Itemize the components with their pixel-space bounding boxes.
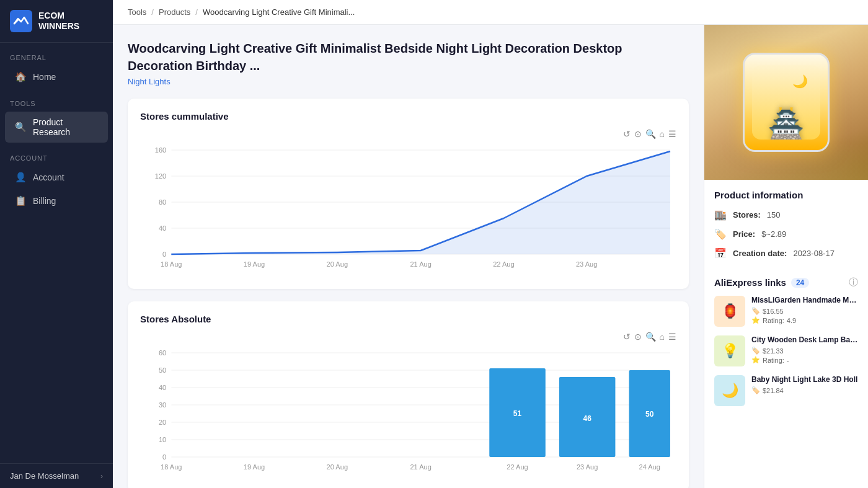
product-image: 🌙 🏯: [704, 25, 868, 180]
home-icon: 🏠: [15, 71, 27, 82]
price-tag-icon-1: 🏷️: [751, 307, 760, 315]
product-category: Night Lights: [128, 77, 689, 86]
chart1-zoom-in-icon[interactable]: 🔍: [645, 129, 656, 139]
svg-text:20 Aug: 20 Aug: [327, 260, 348, 268]
moon-icon: 🌙: [792, 74, 808, 89]
svg-text:120: 120: [155, 172, 166, 180]
info-row-creation: 📅 Creation date: 2023-08-17: [714, 247, 858, 259]
breadcrumb-tools[interactable]: Tools: [128, 7, 146, 17]
svg-text:0: 0: [162, 251, 166, 258]
chart2-toolbar: ↺ ⊙ 🔍 ⌂ ☰: [140, 332, 676, 342]
content-area: Woodcarving Light Creative Gift Minimali…: [113, 25, 868, 488]
chart-absolute: Stores Absolute ↺ ⊙ 🔍 ⌂ ☰: [128, 301, 689, 488]
svg-text:18 Aug: 18 Aug: [161, 260, 182, 268]
svg-text:40: 40: [159, 224, 166, 232]
chart1-reset-icon[interactable]: ↺: [623, 129, 631, 139]
sidebar: ECOM WINNERS General 🏠 Home Tools 🔍 Prod…: [0, 0, 113, 488]
product-info-section: Product information 🏬 Stores: 150 🏷️ Pri…: [704, 180, 868, 277]
sidebar-item-home[interactable]: 🏠 Home: [5, 66, 108, 88]
svg-text:23 Aug: 23 Aug: [577, 463, 598, 471]
price-value: $~2.89: [761, 229, 786, 239]
svg-text:46: 46: [583, 414, 591, 423]
stores-value: 150: [767, 210, 781, 220]
aliexpress-item-1-price-row: 🏷️ $16.55: [751, 307, 858, 315]
aliexpress-item-2-info: City Wooden Desk Lamp Baby 🏷️ $21.33 ⭐ R…: [751, 335, 858, 365]
aliexpress-item-3-name: Baby Night Light Lake 3D Holl: [751, 375, 858, 384]
logo-text: ECOM WINNERS: [38, 11, 103, 32]
sidebar-item-account[interactable]: 👤 Account: [5, 166, 108, 189]
svg-text:24 Aug: 24 Aug: [639, 463, 660, 471]
breadcrumb-products[interactable]: Products: [159, 7, 190, 17]
info-row-stores: 🏬 Stores: 150: [714, 209, 858, 221]
svg-text:40: 40: [159, 384, 166, 391]
aliexpress-item-2-rating-row: ⭐ Rating: -: [751, 356, 858, 364]
chart1-menu-icon[interactable]: ☰: [668, 129, 676, 139]
sidebar-item-billing-label: Billing: [33, 196, 56, 206]
aliexpress-item-2-rating: -: [787, 357, 789, 364]
sidebar-section-account: Account: [0, 143, 113, 166]
search-icon: 🔍: [15, 122, 27, 133]
aliexpress-item-1-rating: 4.9: [787, 317, 796, 324]
chart2-home-icon[interactable]: ⌂: [660, 332, 665, 342]
breadcrumb-sep-1: /: [151, 7, 154, 17]
night-light-device: 🌙 🏯: [743, 53, 830, 152]
aliexpress-item-1-rating-label: Rating:: [763, 317, 784, 324]
aliexpress-item-1-rating-row: ⭐ Rating: 4.9: [751, 316, 858, 324]
sidebar-item-product-research-label: Product Research: [33, 117, 98, 137]
chart2-zoom-in-icon[interactable]: 🔍: [645, 332, 656, 342]
sidebar-footer-user[interactable]: Jan De Mosselman ›: [0, 463, 113, 488]
left-panel: Woodcarving Light Creative Gift Minimali…: [113, 25, 704, 488]
aliexpress-item-2-price-row: 🏷️ $21.33: [751, 347, 858, 355]
billing-icon: 📋: [15, 195, 27, 206]
svg-text:10: 10: [159, 436, 166, 443]
sidebar-user-name: Jan De Mosselman: [10, 471, 79, 481]
sidebar-section-tools: Tools: [0, 89, 113, 111]
svg-text:19 Aug: 19 Aug: [244, 260, 265, 268]
svg-text:19 Aug: 19 Aug: [244, 463, 265, 471]
aliexpress-item-1[interactable]: 🏮 MissLiGarden Handmade Musi 🏷️ $16.55 ⭐…: [714, 296, 858, 327]
svg-text:80: 80: [159, 198, 166, 206]
chart1-zoom-out-icon[interactable]: ⊙: [634, 129, 642, 139]
star-icon-1: ⭐: [751, 316, 760, 324]
chart2-wrapper: 60 50 40 30 20 10 0 51 46: [140, 347, 676, 479]
svg-text:60: 60: [159, 349, 166, 357]
aliexpress-item-1-name: MissLiGarden Handmade Musi: [751, 296, 858, 304]
sidebar-logo: ECOM WINNERS: [0, 0, 113, 43]
aliexpress-item-2-name: City Wooden Desk Lamp Baby: [751, 335, 858, 344]
sidebar-section-general: General: [0, 43, 113, 65]
aliexpress-item-2-rating-label: Rating:: [763, 357, 784, 364]
aliexpress-item-2-price: $21.33: [763, 347, 784, 355]
aliexpress-count-badge: 24: [791, 278, 809, 288]
aliexpress-item-2[interactable]: 💡 City Wooden Desk Lamp Baby 🏷️ $21.33 ⭐…: [714, 335, 858, 366]
svg-text:50: 50: [645, 410, 654, 419]
svg-text:20 Aug: 20 Aug: [327, 463, 348, 471]
breadcrumb-current: Woodcarving Light Creative Gift Minimali…: [203, 7, 355, 17]
chart2-menu-icon[interactable]: ☰: [668, 332, 676, 342]
product-info-title: Product information: [714, 190, 858, 200]
svg-text:21 Aug: 21 Aug: [410, 463, 431, 471]
svg-text:51: 51: [513, 409, 522, 418]
aliexpress-item-3-info: Baby Night Light Lake 3D Holl 🏷️ $21.84: [751, 375, 858, 396]
aliexpress-thumb-3: 🌙: [714, 375, 745, 406]
sidebar-item-account-label: Account: [33, 172, 64, 182]
night-light-inner: 🌙 🏯: [752, 65, 820, 140]
breadcrumb: Tools / Products / Woodcarving Light Cre…: [113, 0, 868, 25]
aliexpress-header: AliExpress links 24 ⓘ: [714, 277, 858, 288]
chart-cumulative: Stores cummulative ↺ ⊙ 🔍 ⌂ ☰: [128, 99, 689, 289]
aliexpress-info-icon[interactable]: ⓘ: [849, 277, 858, 288]
aliexpress-section: AliExpress links 24 ⓘ 🏮 MissLiGarden Han…: [704, 277, 868, 425]
price-icon: 🏷️: [714, 228, 727, 240]
chart2-zoom-out-icon[interactable]: ⊙: [634, 332, 642, 342]
sidebar-item-home-label: Home: [33, 72, 56, 82]
sidebar-item-product-research[interactable]: 🔍 Product Research: [5, 112, 108, 143]
chart2-reset-icon[interactable]: ↺: [623, 332, 631, 342]
stores-icon: 🏬: [714, 209, 727, 221]
sidebar-item-billing[interactable]: 📋 Billing: [5, 190, 108, 212]
svg-text:160: 160: [155, 146, 166, 154]
aliexpress-item-3[interactable]: 🌙 Baby Night Light Lake 3D Holl 🏷️ $21.8…: [714, 375, 858, 406]
creation-value: 2023-08-17: [793, 249, 835, 258]
chart1-home-icon[interactable]: ⌂: [660, 129, 665, 139]
info-row-price: 🏷️ Price: $~2.89: [714, 228, 858, 240]
aliexpress-item-3-price-row: 🏷️ $21.84: [751, 386, 858, 394]
price-tag-icon-2: 🏷️: [751, 347, 760, 355]
